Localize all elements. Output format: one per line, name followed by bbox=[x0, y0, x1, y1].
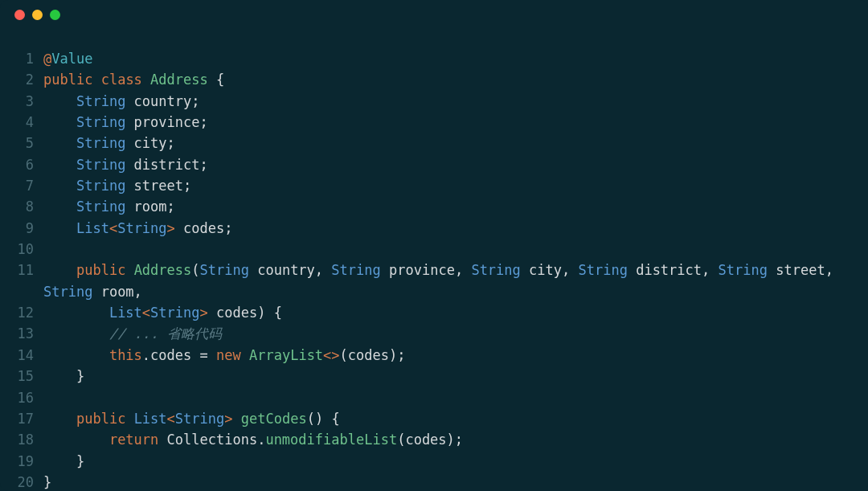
line-number: 19 bbox=[16, 451, 43, 472]
token-angle: < bbox=[109, 220, 117, 236]
token-ident bbox=[43, 135, 76, 151]
token-ident bbox=[43, 114, 76, 130]
token-ident: province bbox=[381, 262, 455, 278]
code-line[interactable]: 2public class Address { bbox=[16, 69, 852, 90]
token-annotation: Value bbox=[51, 51, 92, 67]
token-punct: ) bbox=[315, 411, 323, 427]
code-content[interactable]: } bbox=[43, 472, 852, 491]
close-icon[interactable] bbox=[14, 10, 25, 20]
token-ident bbox=[241, 347, 249, 363]
token-type: String bbox=[150, 305, 199, 321]
code-content[interactable]: public class Address { bbox=[43, 69, 852, 90]
token-this: this bbox=[109, 347, 142, 363]
code-content[interactable]: String country; bbox=[43, 91, 852, 112]
token-ident bbox=[92, 72, 100, 88]
token-type: String bbox=[471, 262, 520, 278]
token-punct: ( bbox=[340, 347, 348, 363]
code-line[interactable]: 11 public Address(String country, String… bbox=[16, 260, 852, 302]
token-ident: codes bbox=[208, 305, 257, 321]
token-ident bbox=[208, 347, 216, 363]
token-keyword: public bbox=[76, 262, 125, 278]
token-ident bbox=[710, 262, 718, 278]
code-content[interactable]: String district; bbox=[43, 154, 852, 175]
token-dot: . bbox=[142, 347, 150, 363]
code-line[interactable]: 5 String city; bbox=[16, 133, 852, 153]
token-type: String bbox=[175, 411, 224, 427]
code-line[interactable]: 12 List<String> codes) { bbox=[16, 302, 852, 323]
token-type: String bbox=[76, 93, 125, 109]
code-content[interactable]: // ... 省略代码 bbox=[43, 323, 852, 344]
code-line[interactable]: 4 String province; bbox=[16, 112, 852, 133]
code-content[interactable]: List<String> codes; bbox=[43, 218, 852, 239]
line-number: 16 bbox=[16, 387, 43, 408]
code-line[interactable]: 14 this.codes = new ArrayList<>(codes); bbox=[16, 345, 852, 366]
token-keyword: class bbox=[101, 72, 142, 88]
code-content[interactable] bbox=[43, 387, 852, 408]
token-punct: ; bbox=[200, 157, 208, 173]
titlebar bbox=[0, 0, 868, 29]
code-line[interactable]: 17 public List<String> getCodes() { bbox=[16, 408, 852, 429]
code-window: 1@Value2public class Address {3 String c… bbox=[0, 0, 868, 491]
code-line[interactable]: 8 String room; bbox=[16, 196, 852, 217]
code-line[interactable]: 9 List<String> codes; bbox=[16, 218, 852, 239]
token-punct: ; bbox=[200, 114, 208, 130]
token-angle: <> bbox=[323, 347, 339, 363]
code-line[interactable]: 18 return Collections.unmodifiableList(c… bbox=[16, 429, 852, 450]
code-content[interactable]: List<String> codes) { bbox=[43, 302, 852, 323]
code-line[interactable]: 6 String district; bbox=[16, 154, 852, 175]
token-type: List bbox=[109, 305, 142, 321]
code-line[interactable]: 16 bbox=[16, 387, 852, 408]
token-ident bbox=[43, 411, 76, 427]
code-content[interactable]: public Address(String country, String pr… bbox=[43, 260, 852, 302]
maximize-icon[interactable] bbox=[50, 10, 60, 20]
token-ident bbox=[43, 432, 109, 448]
code-content[interactable]: return Collections.unmodifiableList(code… bbox=[43, 429, 852, 450]
line-number: 18 bbox=[16, 429, 43, 450]
code-content[interactable] bbox=[43, 239, 852, 260]
token-punct: , bbox=[455, 262, 463, 278]
token-ident: codes bbox=[150, 347, 199, 363]
token-punct: ( bbox=[397, 432, 405, 448]
token-ident bbox=[43, 93, 76, 109]
line-number: 1 bbox=[16, 48, 43, 69]
token-ident bbox=[323, 262, 331, 278]
line-number: 14 bbox=[16, 345, 43, 366]
token-angle: < bbox=[167, 411, 175, 427]
token-ident bbox=[833, 262, 841, 278]
line-number: 2 bbox=[16, 69, 43, 90]
token-type: String bbox=[76, 157, 125, 173]
token-ident bbox=[43, 262, 76, 278]
token-punct: } bbox=[76, 368, 84, 384]
code-content[interactable]: String street; bbox=[43, 175, 852, 196]
token-method: getCodes bbox=[241, 411, 307, 427]
code-content[interactable]: } bbox=[43, 451, 852, 472]
token-type: String bbox=[117, 220, 166, 236]
line-number: 12 bbox=[16, 302, 43, 323]
code-content[interactable]: public List<String> getCodes() { bbox=[43, 408, 852, 429]
code-line[interactable]: 1@Value bbox=[16, 48, 852, 69]
line-number: 6 bbox=[16, 154, 43, 175]
code-line[interactable]: 15 } bbox=[16, 366, 852, 387]
token-type: String bbox=[76, 114, 125, 130]
code-line[interactable]: 13 // ... 省略代码 bbox=[16, 323, 852, 344]
code-line[interactable]: 10 bbox=[16, 239, 852, 260]
token-punct: , bbox=[825, 262, 833, 278]
code-content[interactable]: @Value bbox=[43, 48, 852, 69]
token-ident bbox=[208, 72, 216, 88]
code-line[interactable]: 19 } bbox=[16, 451, 852, 472]
code-content[interactable]: } bbox=[43, 366, 852, 387]
code-content[interactable]: this.codes = new ArrayList<>(codes); bbox=[43, 345, 852, 366]
code-line[interactable]: 7 String street; bbox=[16, 175, 852, 196]
code-content[interactable]: String province; bbox=[43, 112, 852, 133]
code-content[interactable]: String room; bbox=[43, 196, 852, 217]
code-editor[interactable]: 1@Value2public class Address {3 String c… bbox=[0, 29, 868, 491]
code-line[interactable]: 3 String country; bbox=[16, 91, 852, 112]
token-type: String bbox=[76, 198, 125, 215]
token-punct: ; bbox=[191, 93, 199, 109]
minimize-icon[interactable] bbox=[32, 10, 43, 20]
token-punct: ) bbox=[389, 347, 397, 363]
line-number: 7 bbox=[16, 175, 43, 196]
code-line[interactable]: 20} bbox=[16, 472, 852, 491]
code-content[interactable]: String city; bbox=[43, 133, 852, 153]
token-angle: > bbox=[167, 220, 175, 236]
